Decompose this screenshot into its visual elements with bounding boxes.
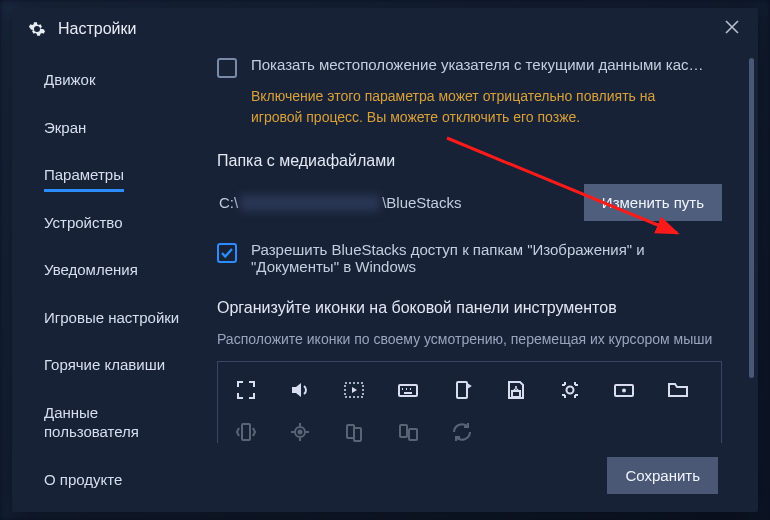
keyboard-icon[interactable] xyxy=(396,378,420,402)
pointer-checkbox[interactable] xyxy=(217,58,237,78)
sidebar: Движок Экран Параметры Устройство Уведом… xyxy=(12,50,197,512)
rotate-icon[interactable] xyxy=(450,378,474,402)
gear-icon xyxy=(28,20,46,38)
media-path: C:\ \BlueStacks xyxy=(217,194,570,211)
media-path-prefix: C:\ xyxy=(219,194,238,211)
sidebar-item-engine[interactable]: Движок xyxy=(44,70,197,90)
sidebar-item-gamesettings[interactable]: Игровые настройки xyxy=(44,308,197,328)
sidebar-item-hotkeys[interactable]: Горячие клавиши xyxy=(44,355,197,375)
svg-rect-1 xyxy=(399,385,417,396)
sidebar-item-notifications[interactable]: Уведомления xyxy=(44,260,197,280)
sidebar-item-about[interactable]: О продукте xyxy=(44,470,197,490)
phones-icon[interactable] xyxy=(342,420,366,443)
save-disk-icon[interactable] xyxy=(504,378,528,402)
shake-icon[interactable] xyxy=(234,420,258,443)
media-path-suffix: \BlueStacks xyxy=(382,194,461,211)
pointer-option-label: Показать местоположение указателя с теку… xyxy=(251,56,704,73)
sidebar-item-device[interactable]: Устройство xyxy=(44,213,197,233)
svg-rect-12 xyxy=(400,425,407,437)
svg-rect-7 xyxy=(242,424,250,440)
camera-icon[interactable] xyxy=(558,378,582,402)
svg-point-9 xyxy=(299,431,302,434)
settings-modal: Настройки Движок Экран Параметры Устройс… xyxy=(12,8,758,512)
svg-point-6 xyxy=(623,390,625,392)
devices-icon[interactable] xyxy=(396,420,420,443)
media-path-blurred xyxy=(240,195,380,211)
change-path-button[interactable]: Изменить путь xyxy=(584,184,722,221)
icon-arrange-box xyxy=(217,361,722,443)
save-button[interactable]: Сохранить xyxy=(607,457,718,494)
titlebar: Настройки xyxy=(12,8,758,50)
sidebar-item-screen[interactable]: Экран xyxy=(44,118,197,138)
access-checkbox[interactable] xyxy=(217,243,237,263)
access-option-label: Разрешить BlueStacks доступ к папкам "Из… xyxy=(251,241,671,275)
folder-icon[interactable] xyxy=(666,378,690,402)
close-button[interactable] xyxy=(722,18,742,39)
landscape-icon[interactable] xyxy=(612,378,636,402)
sidebar-item-params[interactable]: Параметры xyxy=(44,165,197,185)
pointer-warning-text: Включение этого параметра может отрицате… xyxy=(251,86,681,128)
volume-icon[interactable] xyxy=(288,378,312,402)
scrollbar[interactable] xyxy=(749,58,754,378)
iconbar-sub: Расположите иконки по своему усмотрению,… xyxy=(217,331,722,347)
svg-point-4 xyxy=(567,387,574,394)
svg-rect-11 xyxy=(354,428,361,441)
fullscreen-icon[interactable] xyxy=(234,378,258,402)
content-pane: Показать местоположение указателя с теку… xyxy=(197,50,758,512)
media-rec-icon[interactable] xyxy=(342,378,366,402)
svg-rect-2 xyxy=(457,382,467,398)
media-folder-title: Папка с медиафайлами xyxy=(217,152,722,170)
iconbar-title: Организуйте иконки на боковой панели инс… xyxy=(217,299,722,317)
location-icon[interactable] xyxy=(288,420,312,443)
sidebar-item-userdata[interactable]: Данные пользователя xyxy=(44,403,197,442)
refresh-icon[interactable] xyxy=(450,420,474,443)
svg-rect-10 xyxy=(347,425,354,438)
window-title: Настройки xyxy=(58,20,722,38)
svg-rect-13 xyxy=(409,429,417,440)
